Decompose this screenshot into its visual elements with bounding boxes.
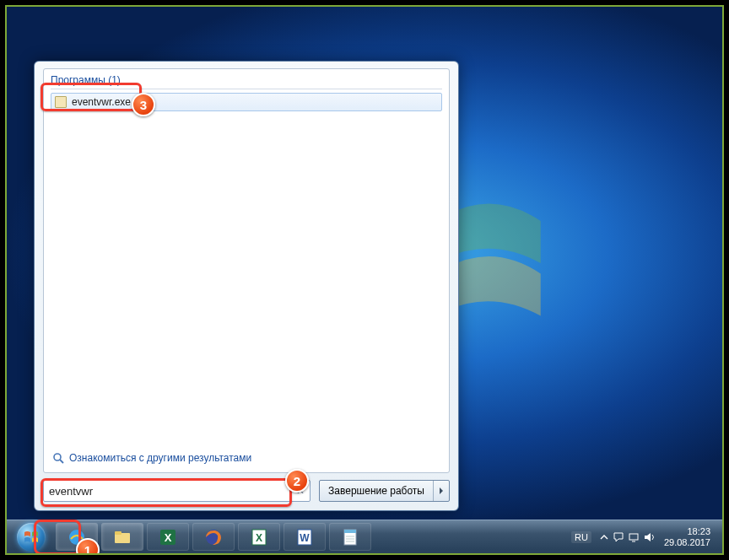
taskbar-item-word-doc[interactable]: W	[284, 523, 326, 551]
executable-icon	[55, 96, 67, 108]
taskbar-item-ie[interactable]	[56, 523, 98, 551]
notepad-icon	[340, 527, 360, 547]
excel-icon: X	[158, 527, 178, 547]
taskbar-item-explorer[interactable]	[101, 523, 143, 551]
tray-icons	[600, 532, 656, 542]
svg-text:X: X	[165, 531, 172, 544]
svg-rect-17	[629, 534, 638, 540]
clock-time: 18:23	[664, 526, 710, 537]
start-orb-icon	[17, 523, 46, 552]
volume-icon[interactable]	[644, 532, 656, 542]
folder-icon	[112, 527, 132, 547]
taskbar-item-excel-doc[interactable]: X	[238, 523, 280, 551]
search-input-value: eventvwr	[49, 485, 93, 498]
language-indicator[interactable]: RU	[571, 531, 591, 543]
clear-search-icon[interactable]: ✕	[296, 485, 305, 497]
taskbar-item-excel[interactable]: X	[147, 523, 189, 551]
chevron-right-icon	[438, 487, 445, 494]
clock-date: 29.08.2017	[664, 537, 710, 548]
chevron-up-icon[interactable]	[600, 533, 608, 541]
taskbar-items: X X W	[56, 523, 371, 551]
ie-icon	[67, 527, 87, 547]
svg-rect-13	[344, 530, 356, 533]
svg-point-0	[54, 454, 61, 460]
see-more-label: Ознакомиться с другими результатами	[69, 452, 251, 464]
desktop: Программы (1) eventvwr.exe Ознакомиться …	[5, 5, 724, 555]
system-tray: RU 18:23 29.08.2017	[571, 526, 719, 547]
clock[interactable]: 18:23 29.08.2017	[664, 526, 710, 547]
results-empty-space	[51, 111, 442, 447]
search-icon	[52, 452, 64, 464]
svg-line-1	[60, 460, 63, 463]
shutdown-menu-arrow[interactable]	[434, 481, 449, 501]
firefox-icon	[203, 527, 224, 547]
svg-text:W: W	[300, 532, 310, 544]
svg-rect-4	[115, 531, 122, 535]
windows-flag-icon	[23, 529, 40, 546]
shutdown-button[interactable]: Завершение работы	[319, 480, 450, 502]
taskbar-item-firefox[interactable]	[192, 523, 235, 551]
start-button[interactable]	[10, 521, 52, 553]
see-more-results-link[interactable]: Ознакомиться с другими результатами	[51, 447, 442, 467]
search-result-item[interactable]: eventvwr.exe	[51, 93, 442, 111]
start-menu: Программы (1) eventvwr.exe Ознакомиться …	[34, 61, 459, 511]
search-section-header: Программы (1)	[51, 74, 442, 89]
network-icon[interactable]	[629, 532, 639, 542]
taskbar: X X W RU 18:23	[7, 520, 722, 553]
svg-text:X: X	[256, 532, 262, 544]
excel-doc-icon: X	[249, 527, 269, 547]
search-results-panel: Программы (1) eventvwr.exe Ознакомиться …	[43, 68, 450, 473]
start-menu-bottom-row: eventvwr ✕ Завершение работы	[43, 480, 450, 502]
search-result-label: eventvwr.exe	[72, 96, 131, 108]
taskbar-item-notepad[interactable]	[329, 523, 371, 551]
word-doc-icon: W	[294, 527, 315, 547]
shutdown-label: Завершение работы	[320, 481, 434, 501]
action-center-icon[interactable]	[613, 532, 624, 542]
search-input[interactable]: eventvwr ✕	[43, 480, 310, 502]
